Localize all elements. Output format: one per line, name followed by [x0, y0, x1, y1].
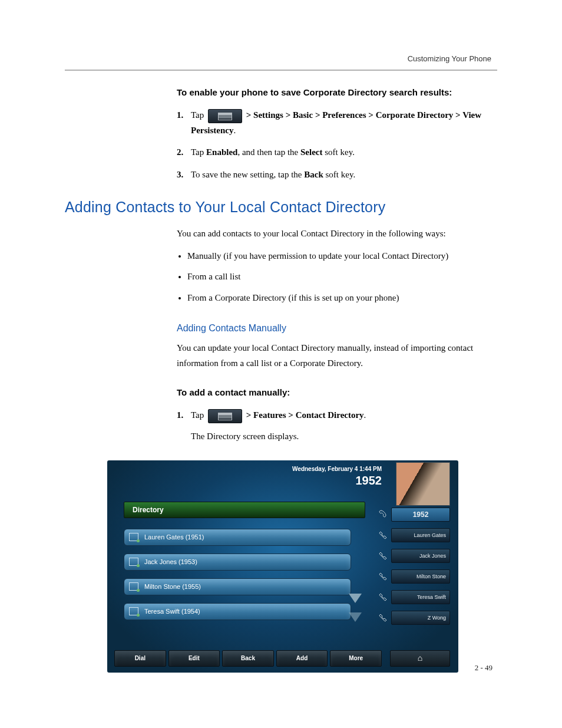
contact-card-icon	[129, 582, 138, 591]
bullet-item: From a call list	[187, 269, 497, 285]
speed-dial-column: 1952 Lauren Gates Jack Jones Milton Ston…	[391, 508, 450, 631]
nav-path: > Features > Contact Directory	[246, 410, 364, 420]
bullet-list: Manually (if you have permission to upda…	[177, 249, 497, 306]
home-icon: ⌂	[418, 653, 422, 663]
contact-label: Jack Jones (1953)	[144, 558, 197, 565]
chip-label: Milton Stone	[416, 574, 446, 579]
speed-dial-chip[interactable]: Jack Jones	[391, 549, 450, 563]
procedure-steps-1: Tap > Settings > Basic > Preferences > C…	[177, 108, 497, 182]
step-1: Tap > Settings > Basic > Preferences > C…	[177, 108, 497, 138]
step-3: To save the new setting, tap the Back so…	[177, 167, 497, 183]
header-rule	[65, 70, 497, 71]
procedure-heading-2: To add a contact manually:	[177, 387, 497, 397]
softkey-add[interactable]: Add	[276, 650, 328, 667]
scroll-down-icon[interactable]	[349, 594, 362, 603]
t: Enabled	[206, 147, 237, 157]
status-datetime: Wednesday, February 4 1:44 PM	[292, 466, 382, 472]
handset-icon	[379, 530, 388, 539]
phone-screenshot: Wednesday, February 4 1:44 PM 1952 1952 …	[107, 460, 458, 673]
t: , and then tap the	[237, 147, 300, 157]
contact-row[interactable]: Teresa Swift (1954)	[124, 603, 351, 620]
page-number: 2 - 49	[475, 663, 492, 673]
handset-icon	[379, 612, 388, 622]
menu-icon	[208, 409, 242, 423]
softkey-back[interactable]: Back	[222, 650, 274, 667]
t: .	[364, 410, 366, 420]
contact-row[interactable]: Milton Stone (1955)	[124, 578, 351, 595]
speed-dial-chip[interactable]: Teresa Swift	[391, 590, 450, 604]
t: Back	[304, 170, 323, 179]
home-button[interactable]: ⌂	[390, 650, 450, 667]
step-text: Tap	[191, 110, 206, 120]
softkey-dial[interactable]: Dial	[114, 650, 166, 667]
status-extension: 1952	[356, 474, 382, 487]
t: soft key.	[323, 170, 355, 179]
subsection-paragraph: You can update your local Contact Direct…	[177, 341, 497, 371]
avatar	[396, 462, 450, 506]
softkey-edit[interactable]: Edit	[168, 650, 220, 667]
step-1b: Tap > Features > Contact Directory. The …	[177, 408, 497, 444]
directory-panel: Directory Lauren Gates (1951) Jack Jones…	[124, 502, 365, 628]
contact-card-icon	[129, 533, 138, 541]
intro-paragraph: You can add contacts to your local Conta…	[177, 226, 497, 242]
contact-label: Milton Stone (1955)	[144, 583, 201, 590]
contact-card-icon	[129, 558, 138, 566]
chip-label: Jack Jones	[419, 553, 446, 559]
procedure-heading-1: To enable your phone to save Corporate D…	[177, 87, 497, 97]
contact-label: Teresa Swift (1954)	[144, 608, 200, 615]
handset-icon	[379, 509, 388, 519]
page-header-right: Customizing Your Phone	[408, 54, 491, 63]
handset-icon	[379, 551, 388, 560]
chip-label: Teresa Swift	[417, 594, 446, 600]
scroll-end-icon[interactable]	[349, 612, 362, 622]
speed-dial-chip[interactable]: Milton Stone	[391, 569, 450, 584]
handset-icon	[379, 571, 388, 581]
t: To save the new setting, tap the	[191, 170, 304, 179]
line-key-self[interactable]: 1952	[391, 508, 450, 522]
t: Tap	[191, 410, 206, 420]
step-2: Tap Enabled, and then tap the Select sof…	[177, 145, 497, 160]
bullet-item: Manually (if you have permission to upda…	[187, 249, 497, 264]
handset-icon	[379, 592, 388, 601]
chip-label: Z Wong	[428, 615, 446, 621]
contact-label: Lauren Gates (1951)	[144, 533, 204, 541]
softkey-more[interactable]: More	[330, 650, 382, 667]
contact-row[interactable]: Jack Jones (1953)	[124, 554, 351, 571]
contact-row[interactable]: Lauren Gates (1951)	[124, 529, 351, 546]
subsection-heading: Adding Contacts Manually	[177, 323, 497, 334]
t: Select	[300, 147, 322, 157]
t: soft key.	[323, 147, 355, 157]
softkey-bar: Dial Edit Back Add More	[114, 650, 382, 667]
chip-label: 1952	[413, 510, 429, 519]
speed-dial-chip[interactable]: Z Wong	[391, 611, 450, 625]
chip-label: Lauren Gates	[414, 532, 446, 538]
step-end: .	[233, 126, 236, 135]
directory-title: Directory	[124, 502, 365, 518]
bullet-item: From a Corporate Directory (if this is s…	[187, 291, 497, 306]
step-after: The Directory screen displays.	[191, 431, 299, 441]
procedure-steps-2: Tap > Features > Contact Directory. The …	[177, 408, 497, 444]
t: Tap	[191, 147, 206, 157]
contact-card-icon	[129, 607, 138, 615]
menu-icon	[208, 109, 242, 123]
section-heading: Adding Contacts to Your Local Contact Di…	[65, 199, 497, 216]
speed-dial-chip[interactable]: Lauren Gates	[391, 528, 450, 542]
